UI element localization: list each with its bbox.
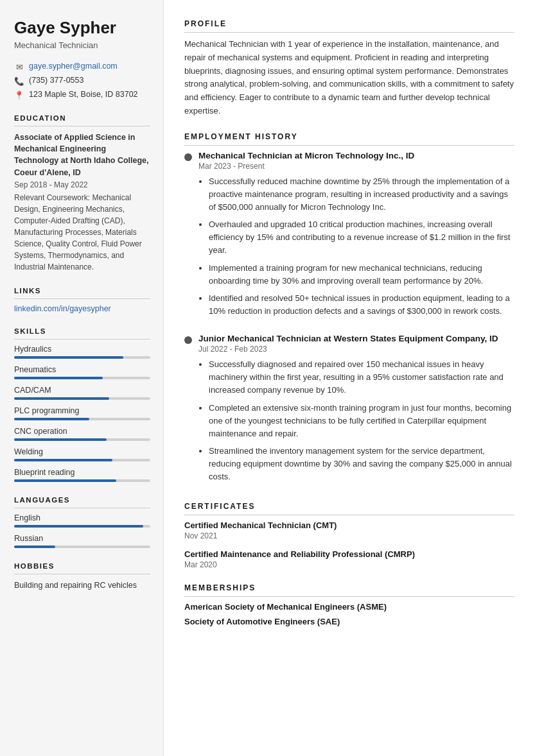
phone-text: (735) 377-0553 <box>29 76 83 85</box>
location-icon: 📍 <box>14 90 24 100</box>
job-dot <box>184 336 192 488</box>
certificates-list: Certified Mechanical Technician (CMT) No… <box>184 520 514 569</box>
skill-bar-fill <box>14 356 123 359</box>
skill-label: CAD/CAM <box>14 386 150 395</box>
skills-list: Hydraulics Pneumatics CAD/CAM PLC progra… <box>14 345 150 482</box>
job-bullet: Identified and resolved 50+ technical is… <box>209 292 514 318</box>
phone-icon: 📞 <box>14 76 24 86</box>
skill-bar-bg <box>14 377 150 379</box>
email-icon: ✉ <box>14 62 24 72</box>
hobbies-section-title: HOBBIES <box>14 562 150 574</box>
job-dates: Mar 2023 - Present <box>198 162 514 171</box>
profile-section-title: PROFILE <box>184 19 514 33</box>
skill-bar-fill <box>14 479 116 482</box>
job-bullet: Implemented a training program for new m… <box>209 262 514 288</box>
cert-date: Nov 2021 <box>184 531 514 540</box>
memberships-section-title: MEMBERSHIPS <box>184 583 514 597</box>
education-dates: Sep 2018 - May 2022 <box>14 180 150 189</box>
skills-section-title: SKILLS <box>14 327 150 339</box>
language-bar-bg <box>14 525 150 528</box>
links-section-title: LINKS <box>14 287 150 299</box>
skill-label: Welding <box>14 447 150 456</box>
certificate-block: Certified Mechanical Technician (CMT) No… <box>184 520 514 540</box>
job-bullet: Successfully reduced machine downtime by… <box>209 175 514 214</box>
profile-text: Mechanical Technician with 1 year of exp… <box>184 38 514 118</box>
job-content: Junior Mechanical Technician at Western … <box>198 334 514 488</box>
language-item: Russian <box>14 534 150 548</box>
languages-section-title: LANGUAGES <box>14 496 150 508</box>
skill-bar-fill <box>14 397 109 400</box>
job-dot-circle <box>184 153 192 161</box>
job-bullet: Streamlined the inventory management sys… <box>209 445 514 483</box>
certificates-section: CERTIFICATES Certified Mechanical Techni… <box>184 502 514 569</box>
employment-section-title: EMPLOYMENT HISTORY <box>184 132 514 146</box>
skill-item: PLC programming <box>14 406 150 420</box>
skill-bar-bg <box>14 418 150 420</box>
job-title: Junior Mechanical Technician at Western … <box>198 334 514 343</box>
education-section-title: EDUCATION <box>14 114 150 126</box>
language-label: English <box>14 513 150 522</box>
job-bullets: Successfully diagnosed and repaired over… <box>198 358 514 483</box>
skill-bar-bg <box>14 459 150 461</box>
contact-address-row: 📍 123 Maple St, Boise, ID 83702 <box>14 90 150 100</box>
membership-item: American Society of Mechanical Engineers… <box>184 602 514 612</box>
job-bullet: Overhauled and upgraded 10 critical prod… <box>209 218 514 257</box>
languages-list: English Russian <box>14 513 150 548</box>
candidate-name: Gaye Sypher <box>14 18 150 38</box>
skill-item: CNC operation <box>14 427 150 441</box>
email-link[interactable]: gaye.sypher@gmail.com <box>29 62 118 71</box>
hobbies-text: Building and repairing RC vehicles <box>14 580 150 592</box>
sidebar: Gaye Sypher Mechanical Technician ✉ gaye… <box>0 0 164 756</box>
skill-item: Welding <box>14 447 150 461</box>
skill-bar-bg <box>14 356 150 359</box>
language-bar-fill <box>14 546 55 548</box>
membership-item: Society of Automotive Engineers (SAE) <box>184 617 514 626</box>
certificate-block: Certified Maintenance and Reliability Pr… <box>184 549 514 569</box>
education-coursework: Relevant Coursework: Mechanical Design, … <box>14 192 150 273</box>
linkedin-link[interactable]: linkedin.com/in/gayesypher <box>14 304 150 313</box>
main-content: PROFILE Mechanical Technician with 1 yea… <box>164 0 535 756</box>
address-text: 123 Maple St, Boise, ID 83702 <box>29 90 138 99</box>
memberships-list: American Society of Mechanical Engineers… <box>184 602 514 626</box>
job-block: Junior Mechanical Technician at Western … <box>184 334 514 488</box>
skill-label: PLC programming <box>14 406 150 415</box>
job-block: Mechanical Technician at Micron Technolo… <box>184 151 514 322</box>
skill-item: CAD/CAM <box>14 386 150 400</box>
skill-bar-fill <box>14 438 107 441</box>
contact-email-row: ✉ gaye.sypher@gmail.com <box>14 62 150 72</box>
job-content: Mechanical Technician at Micron Technolo… <box>198 151 514 322</box>
jobs-list: Mechanical Technician at Micron Technolo… <box>184 151 514 488</box>
skill-bar-fill <box>14 418 89 420</box>
language-item: English <box>14 513 150 528</box>
education-degree: Associate of Applied Science in Mechanic… <box>14 132 150 178</box>
skill-item: Blueprint reading <box>14 468 150 482</box>
skill-label: CNC operation <box>14 427 150 436</box>
memberships-section: MEMBERSHIPS American Society of Mechanic… <box>184 583 514 626</box>
cert-date: Mar 2020 <box>184 560 514 569</box>
job-title: Mechanical Technician at Micron Technolo… <box>198 151 514 160</box>
candidate-title: Mechanical Technician <box>14 40 150 50</box>
language-bar-bg <box>14 546 150 548</box>
skill-label: Hydraulics <box>14 345 150 354</box>
job-dot <box>184 153 192 322</box>
profile-section: PROFILE Mechanical Technician with 1 yea… <box>184 19 514 118</box>
cert-name: Certified Mechanical Technician (CMT) <box>184 520 514 530</box>
skill-bar-fill <box>14 377 103 379</box>
language-bar-fill <box>14 525 143 528</box>
skill-label: Blueprint reading <box>14 468 150 477</box>
cert-name: Certified Maintenance and Reliability Pr… <box>184 549 514 559</box>
skill-bar-bg <box>14 397 150 400</box>
skill-bar-bg <box>14 479 150 482</box>
job-bullet: Completed an extensive six-month trainin… <box>209 402 514 440</box>
skill-bar-bg <box>14 438 150 441</box>
language-label: Russian <box>14 534 150 543</box>
job-dates: Jul 2022 - Feb 2023 <box>198 345 514 354</box>
certificates-section-title: CERTIFICATES <box>184 502 514 515</box>
job-bullets: Successfully reduced machine downtime by… <box>198 175 514 318</box>
job-bullet: Successfully diagnosed and repaired over… <box>209 358 514 397</box>
job-dot-circle <box>184 336 192 344</box>
skill-item: Hydraulics <box>14 345 150 359</box>
skill-label: Pneumatics <box>14 365 150 374</box>
skill-bar-fill <box>14 459 112 461</box>
employment-section: EMPLOYMENT HISTORY Mechanical Technician… <box>184 132 514 488</box>
